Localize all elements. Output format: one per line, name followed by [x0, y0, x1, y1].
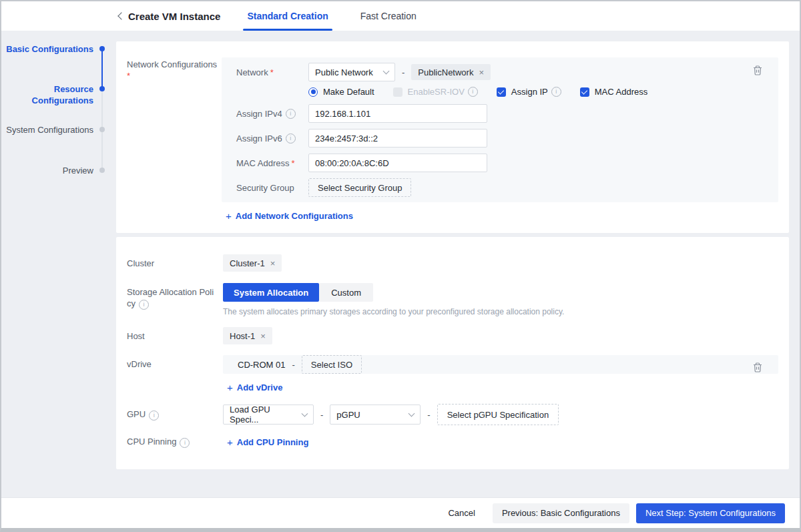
back-button[interactable] — [116, 8, 127, 24]
selected-network-tag: PublicNetwork × — [411, 64, 491, 80]
info-icon[interactable]: i — [286, 134, 296, 144]
sidebar-item-system-configurations[interactable]: System Configurations — [6, 124, 93, 136]
plus-icon: + — [226, 210, 232, 222]
active-tab-underline — [243, 29, 332, 31]
remove-tag-icon[interactable]: × — [270, 258, 276, 268]
assign-ip-option: Assign IP i — [497, 87, 561, 97]
step-dot-resource — [99, 86, 105, 91]
cancel-button[interactable]: Cancel — [435, 503, 488, 523]
check-icon — [498, 88, 504, 94]
step-track-done — [101, 49, 103, 89]
security-group-label: Security Group — [236, 183, 308, 193]
network-configurations-section-label: Network Configurations * — [127, 57, 222, 202]
chevron-down-icon — [383, 67, 390, 74]
chevron-left-icon — [117, 12, 125, 19]
sidebar-item-resource-configurations[interactable]: Resource Configurations — [23, 83, 93, 106]
tab-fast-creation-label: Fast Creation — [360, 11, 417, 21]
info-icon[interactable]: i — [180, 438, 190, 448]
creation-tabs: Standard Creation Fast Creation — [231, 1, 432, 31]
mac-address-field-label: MAC Address * — [236, 158, 308, 168]
add-network-configurations-link[interactable]: + Add Network Configurations — [226, 210, 353, 222]
previous-step-button[interactable]: Previous: Basic Configurations — [493, 503, 629, 523]
separator-dash: - — [402, 67, 405, 77]
make-default-option: Make Default — [308, 87, 374, 97]
step-dot-system — [99, 127, 105, 132]
assign-ip-checkbox[interactable] — [497, 87, 506, 97]
separator-dash: - — [320, 410, 323, 420]
delete-vdrive-button[interactable] — [753, 362, 762, 372]
gpu-spec-source-select[interactable]: Load GPU Speci... — [223, 405, 314, 425]
vdrive-label: vDrive — [127, 355, 223, 393]
gpu-label: GPUi — [127, 409, 223, 421]
add-cpu-pinning-link[interactable]: + Add CPU Pinning — [227, 437, 308, 448]
plus-icon: + — [227, 437, 233, 448]
tab-standard-creation[interactable]: Standard Creation — [231, 1, 344, 31]
required-asterisk: * — [291, 158, 294, 168]
cluster-label: Cluster — [127, 254, 223, 272]
step-dot-basic — [99, 46, 105, 51]
make-default-radio[interactable] — [308, 87, 318, 97]
required-asterisk: * — [270, 67, 274, 77]
vdrive-row: CD-ROM 01 - Select ISO — [223, 355, 778, 374]
custom-button[interactable]: Custom — [319, 283, 373, 302]
plus-icon: + — [227, 382, 233, 393]
top-bar: Create VM Instance Standard Creation Fas… — [1, 1, 800, 31]
sidebar-item-preview[interactable]: Preview — [63, 165, 93, 176]
assign-ip-label: Assign IP — [511, 87, 548, 97]
create-vm-window: Create VM Instance Standard Creation Fas… — [0, 0, 801, 532]
page-title: Create VM Instance — [128, 11, 220, 22]
network-field-label: Network * — [236, 67, 308, 77]
trash-icon — [753, 65, 762, 75]
add-vdrive-link[interactable]: + Add vDrive — [227, 382, 778, 393]
trash-icon — [753, 362, 762, 372]
storage-policy-label: Storage Allocation Policyi — [127, 283, 223, 316]
network-configurations-card: Network Configurations * Network * — [116, 41, 789, 233]
assign-ipv6-label: Assign IPv6 i — [236, 134, 308, 144]
select-security-group-button[interactable]: Select Security Group — [308, 178, 411, 197]
footer-action-bar: Cancel Previous: Basic Configurations Ne… — [1, 497, 800, 528]
tab-fast-creation[interactable]: Fast Creation — [344, 1, 433, 31]
info-icon[interactable]: i — [139, 300, 149, 310]
host-tag: Host-1 × — [223, 327, 272, 344]
mac-address-checkbox[interactable] — [580, 87, 589, 97]
chevron-down-icon — [409, 410, 415, 417]
step-dot-preview — [99, 168, 105, 173]
chevron-down-icon — [302, 410, 308, 417]
remove-tag-icon[interactable]: × — [479, 67, 484, 77]
resource-configurations-card: Cluster Cluster-1 × Storage Allocation P… — [116, 237, 789, 469]
storage-policy-help-text: The system allocates primary storages ac… — [223, 307, 564, 316]
assign-ipv4-label: Assign IPv4 i — [236, 109, 308, 119]
assign-ipv6-input[interactable] — [308, 129, 487, 148]
cluster-tag: Cluster-1 × — [223, 254, 282, 272]
mac-address-option: MAC Address — [580, 87, 647, 97]
steps-sidebar: Basic Configurations Resource Configurat… — [1, 31, 116, 499]
info-icon[interactable]: i — [551, 87, 561, 97]
next-step-button[interactable]: Next Step: System Configurations — [636, 503, 785, 523]
separator-dash: - — [292, 360, 295, 370]
info-icon[interactable]: i — [286, 109, 296, 119]
make-default-label: Make Default — [323, 87, 374, 97]
host-label: Host — [127, 327, 223, 344]
select-iso-button[interactable]: Select ISO — [302, 355, 362, 374]
network-config-panel: Network * Public Network - PublicNetwork… — [222, 57, 778, 202]
storage-policy-toggle: System Allocation Custom — [223, 283, 564, 302]
system-allocation-button[interactable]: System Allocation — [223, 283, 319, 302]
info-icon[interactable]: i — [468, 87, 478, 97]
enable-sriov-checkbox[interactable] — [393, 87, 403, 97]
delete-network-button[interactable] — [753, 65, 762, 75]
network-type-select[interactable]: Public Network — [308, 63, 395, 81]
enable-sriov-option: EnableSR-IOV i — [393, 87, 478, 97]
sidebar-item-basic-configurations[interactable]: Basic Configurations — [6, 43, 93, 55]
check-icon — [581, 88, 587, 94]
vdrive-device-name: CD-ROM 01 — [238, 360, 286, 370]
info-icon[interactable]: i — [149, 411, 159, 421]
gpu-type-select[interactable]: pGPU — [330, 405, 421, 425]
remove-tag-icon[interactable]: × — [260, 331, 266, 341]
cpu-pinning-label: CPU Pinningi — [127, 436, 223, 448]
tab-standard-creation-label: Standard Creation — [247, 11, 328, 21]
mac-address-label: MAC Address — [595, 87, 647, 97]
separator-dash: - — [427, 410, 430, 420]
assign-ipv4-input[interactable] — [308, 104, 487, 123]
mac-address-input[interactable] — [308, 154, 487, 172]
select-pgpu-specification-button[interactable]: Select pGPU Specification — [437, 404, 559, 425]
